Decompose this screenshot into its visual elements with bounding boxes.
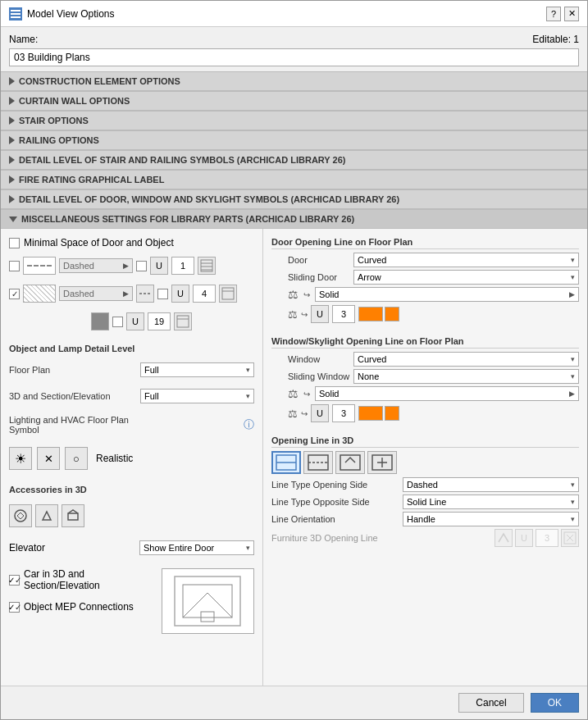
- line3-icon1[interactable]: U: [126, 312, 144, 330]
- furniture-num: 3: [536, 529, 558, 547]
- line2-checkbox[interactable]: [9, 289, 20, 299]
- name-label: Name:: [9, 34, 38, 45]
- line2-cb2[interactable]: [157, 289, 168, 299]
- line2-icon1[interactable]: U: [171, 285, 189, 303]
- sliding-door-label: Sliding Door: [271, 272, 353, 282]
- line1-icon2[interactable]: [198, 257, 216, 275]
- furniture-label: Furniture 3D Opening Line: [271, 533, 403, 543]
- dropdown-arrow-icon: ▾: [246, 366, 250, 374]
- sliding-door-select[interactable]: Arrow ▾: [353, 270, 579, 285]
- opening-3d-section: Opening Line in 3D: [271, 435, 579, 549]
- ok-button[interactable]: OK: [531, 693, 579, 713]
- window-opening-title: Window/Skylight Opening Line on Floor Pl…: [271, 336, 579, 349]
- section-label: RAILING OPTIONS: [19, 135, 99, 145]
- arrow-icon-4: ↪: [301, 409, 308, 418]
- right-panel: Door Opening Line on Floor Plan Door Cur…: [263, 229, 587, 686]
- opening-3d-title: Opening Line in 3D: [271, 435, 579, 448]
- furniture-u-btn: U: [515, 529, 533, 547]
- line1-num: 1: [171, 257, 194, 275]
- window-label: Window: [271, 354, 353, 364]
- section-detail-stair[interactable]: DETAIL LEVEL OF STAIR AND RAILING SYMBOL…: [1, 150, 587, 170]
- line1-checkbox[interactable]: [9, 261, 20, 271]
- line-orientation-select[interactable]: Handle ▾: [403, 512, 579, 526]
- lighting-circle-icon[interactable]: ○: [65, 447, 88, 470]
- window-row: Window Curved ▾: [271, 352, 579, 367]
- scale-icon-3: ⚖: [288, 387, 299, 400]
- line1-cb2[interactable]: [136, 261, 147, 271]
- color-swatch-orange4[interactable]: [385, 406, 399, 421]
- dropdown-arrow-icon: ▾: [571, 372, 575, 381]
- scale-icon-4: ⚖: [288, 408, 298, 420]
- car-checkbox[interactable]: ✓: [9, 575, 20, 586]
- close-button[interactable]: ✕: [564, 7, 579, 21]
- floor-plan-label: Floor Plan: [9, 365, 140, 375]
- num-u-btn-2[interactable]: U: [311, 404, 329, 422]
- help-button[interactable]: ?: [546, 7, 561, 21]
- bottom-left-row: ✓ Car in 3D and Section/Elevation ✓ Obje…: [9, 565, 254, 637]
- lighting-sun-icon[interactable]: ☀: [9, 447, 32, 470]
- name-input[interactable]: [9, 48, 579, 66]
- dropdown-arrow-icon: ▾: [571, 498, 575, 506]
- color-pair-1: [358, 307, 399, 321]
- section-railing[interactable]: RAILING OPTIONS: [1, 130, 587, 150]
- acc-icon-3[interactable]: [62, 504, 84, 527]
- section-curtain-wall[interactable]: CURTAIN WALL OPTIONS: [1, 91, 587, 111]
- line-type-opening-label: Line Type Opening Side: [271, 480, 403, 490]
- line3-colorbox: [91, 312, 109, 330]
- floor-plan-select[interactable]: Full ▾: [140, 362, 254, 377]
- color-swatch-orange2[interactable]: [385, 307, 399, 321]
- solid-select-1[interactable]: Solid ▶: [315, 287, 579, 302]
- line2-label[interactable]: Dashed ▶: [59, 286, 133, 301]
- section-detail-door[interactable]: DETAIL LEVEL OF DOOR, WINDOW AND SKYLIGH…: [1, 189, 587, 209]
- misc-inner: Minimal Space of Door and Object Dashed …: [1, 229, 587, 686]
- arrow-icon-3: ↪: [303, 390, 310, 399]
- triangle-icon: [9, 97, 15, 105]
- cancel-button[interactable]: Cancel: [458, 693, 523, 713]
- line1-label[interactable]: Dashed ▶: [59, 258, 133, 273]
- line2-icon2[interactable]: [219, 285, 237, 303]
- name-row: Name: Editable: 1: [1, 27, 587, 48]
- color-swatch-orange[interactable]: [358, 307, 383, 321]
- acc-icon-1[interactable]: [9, 504, 32, 527]
- section-stair[interactable]: STAIR OPTIONS: [1, 111, 587, 130]
- mep-checkbox[interactable]: ✓: [9, 602, 20, 613]
- line3-icon2[interactable]: [174, 312, 192, 330]
- section-construction[interactable]: CONSTRUCTION ELEMENT OPTIONS: [1, 71, 587, 91]
- line-type-opposite-row: Line Type Opposite Side Solid Line ▾: [271, 494, 579, 509]
- line1-icon1[interactable]: U: [150, 257, 168, 275]
- door-row: Door Curved ▾: [271, 253, 579, 267]
- solid-select-2[interactable]: Solid ▶: [315, 386, 579, 401]
- num-u-btn-1[interactable]: U: [311, 305, 329, 323]
- line-orientation-label: Line Orientation: [271, 514, 403, 524]
- door-select[interactable]: Curved ▾: [353, 253, 579, 267]
- elevator-select[interactable]: Show Entire Door ▾: [139, 540, 254, 555]
- solid-row-1: ⚖ ↪ Solid ▶: [271, 287, 579, 302]
- arrow-icon-2: ↪: [301, 310, 308, 319]
- window-opening-section: Window/Skylight Opening Line on Floor Pl…: [271, 336, 579, 424]
- opening-icon-1[interactable]: [271, 451, 301, 474]
- line-type-opening-row: Line Type Opening Side Dashed ▾: [271, 477, 579, 492]
- section-misc[interactable]: MISCELLANEOUS SETTINGS FOR LIBRARY PARTS…: [1, 209, 587, 229]
- opening-icon-4[interactable]: [367, 451, 397, 474]
- furniture-icon1: [495, 529, 513, 547]
- color-swatch-orange3[interactable]: [358, 406, 383, 421]
- minimal-space-checkbox[interactable]: [9, 238, 20, 248]
- section-fire-rating[interactable]: FIRE RATING GRAPHICAL LABEL: [1, 170, 587, 189]
- num-value-2: 3: [332, 404, 355, 422]
- opening-icon-3[interactable]: [335, 451, 365, 474]
- dropdown-arrow-icon: ▾: [571, 515, 575, 523]
- window-select[interactable]: Curved ▾: [353, 352, 579, 367]
- section-elevation-select[interactable]: Full ▾: [140, 389, 254, 403]
- lighting-x-icon[interactable]: ✕: [37, 447, 60, 470]
- line2-icon0[interactable]: [136, 285, 154, 303]
- line-type-opposite-select[interactable]: Solid Line ▾: [403, 494, 579, 509]
- dropdown-arrow-icon: ▶: [569, 390, 575, 398]
- sliding-window-select[interactable]: None ▾: [353, 369, 579, 384]
- line3-cb[interactable]: [112, 317, 123, 327]
- acc-icon-2[interactable]: [35, 504, 58, 527]
- line-type-opening-select[interactable]: Dashed ▾: [403, 477, 579, 492]
- lighting-icons-row: ☀ ✕ ○ Realistic: [9, 447, 254, 470]
- arrow-icon-1: ↪: [303, 290, 310, 299]
- opening-icon-2[interactable]: [303, 451, 333, 474]
- section-elevation-label: 3D and Section/Elevation: [9, 391, 140, 401]
